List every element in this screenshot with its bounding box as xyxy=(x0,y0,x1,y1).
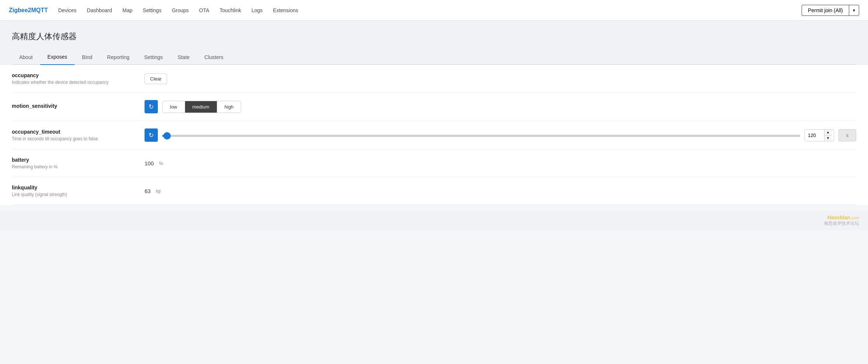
motion-sensitivity-control: ↻ low medium high xyxy=(145,100,856,113)
occupancy-name: occupancy xyxy=(12,72,137,78)
table-row: occupancy Indicates whether the device d… xyxy=(12,65,856,93)
tab-reporting[interactable]: Reporting xyxy=(100,49,137,65)
occupancy-timeout-refresh-button[interactable]: ↻ xyxy=(145,128,158,142)
occupancy-desc: Indicates whether the device detected oc… xyxy=(12,80,137,85)
refresh-icon: ↻ xyxy=(149,131,154,139)
occupancy-timeout-decrement-button[interactable]: ▼ xyxy=(824,135,831,141)
occupancy-timeout-name: occupancy_timeout xyxy=(12,129,137,135)
linkquality-name: linkquality xyxy=(12,185,137,190)
nav-link-groups[interactable]: Groups xyxy=(172,6,189,15)
nav-brand[interactable]: Zigbee2MQTT xyxy=(9,7,48,14)
nav-link-map[interactable]: Map xyxy=(122,6,132,15)
occupancy-timeout-number-input[interactable] xyxy=(805,130,824,141)
table-row: motion_sensitivity ↻ low medium high xyxy=(12,93,856,121)
occupancy-timeout-increment-button[interactable]: ▲ xyxy=(824,130,831,135)
footer-tagline: 瀚思彼岸技术论坛 xyxy=(824,221,859,226)
linkquality-label: linkquality Link quality (signal strengt… xyxy=(12,185,137,197)
battery-unit: % xyxy=(159,161,163,166)
occupancy-label: occupancy Indicates whether the device d… xyxy=(12,72,137,85)
motion-sensitivity-label: motion_sensitivity xyxy=(12,103,137,110)
motion-sensitivity-medium-button[interactable]: medium xyxy=(185,101,217,113)
permit-join-button[interactable]: Permit join (All) xyxy=(802,5,849,16)
content: occupancy Indicates whether the device d… xyxy=(0,65,868,205)
table-row: linkquality Link quality (signal strengt… xyxy=(12,177,856,205)
footer-brand: Hassbian xyxy=(827,214,850,220)
refresh-icon: ↻ xyxy=(149,103,154,111)
table-row: occupancy_timeout Time in seconds till o… xyxy=(12,121,856,150)
tab-bind[interactable]: Bind xyxy=(74,49,100,65)
footer: Hassbian.com 瀚思彼岸技术论坛 xyxy=(0,211,868,230)
navbar: Zigbee2MQTT Devices Dashboard Map Settin… xyxy=(0,0,868,21)
linkquality-unit: lqi xyxy=(156,188,161,194)
battery-label: battery Remaining battery in % xyxy=(12,157,137,169)
occupancy-timeout-label: occupancy_timeout Time in seconds till o… xyxy=(12,129,137,141)
page-header: 高精度人体传感器 About Exposes Bind Reporting Se… xyxy=(0,21,868,65)
battery-value: 100 xyxy=(145,160,154,166)
tabs: About Exposes Bind Reporting Settings St… xyxy=(12,49,856,65)
page-title: 高精度人体传感器 xyxy=(12,31,856,49)
occupancy-timeout-spinner-buttons: ▲ ▼ xyxy=(824,130,831,141)
linkquality-desc: Link quality (signal strength) xyxy=(12,192,137,197)
occupancy-timeout-slider[interactable] xyxy=(162,135,800,137)
occupancy-timeout-slider-container: ▲ ▼ s xyxy=(162,129,856,141)
table-row: battery Remaining battery in % 100 % xyxy=(12,150,856,177)
tab-state[interactable]: State xyxy=(170,49,197,65)
nav-link-settings[interactable]: Settings xyxy=(143,6,162,15)
occupancy-clear-button[interactable]: Clear xyxy=(145,73,167,84)
permit-join-dropdown-button[interactable]: ▾ xyxy=(849,5,859,16)
nav-link-ota[interactable]: OTA xyxy=(199,6,209,15)
battery-control: 100 % xyxy=(145,160,856,166)
occupancy-timeout-desc: Time in seconds till occupancy goes to f… xyxy=(12,136,137,141)
battery-name: battery xyxy=(12,157,137,163)
motion-sensitivity-high-button[interactable]: high xyxy=(217,101,241,113)
battery-desc: Remaining battery in % xyxy=(12,164,137,169)
nav-link-dashboard[interactable]: Dashboard xyxy=(87,6,112,15)
occupancy-timeout-unit: s xyxy=(839,129,856,141)
tab-about[interactable]: About xyxy=(12,49,40,65)
occupancy-control: Clear xyxy=(145,73,856,84)
tab-clusters[interactable]: Clusters xyxy=(197,49,230,65)
motion-sensitivity-low-button[interactable]: low xyxy=(163,101,185,113)
motion-sensitivity-toggle-group: low medium high xyxy=(162,101,241,113)
footer-sub: .com xyxy=(850,216,859,220)
nav-link-logs[interactable]: Logs xyxy=(251,6,263,15)
linkquality-value: 63 xyxy=(145,188,151,194)
nav-link-extensions[interactable]: Extensions xyxy=(273,6,298,15)
occupancy-timeout-control: ↻ ▲ ▼ s xyxy=(145,128,856,142)
occupancy-timeout-slider-wrapper xyxy=(162,132,800,138)
nav-link-touchlink[interactable]: Touchlink xyxy=(220,6,241,15)
tab-settings[interactable]: Settings xyxy=(137,49,170,65)
linkquality-control: 63 lqi xyxy=(145,188,856,194)
nav-link-devices[interactable]: Devices xyxy=(58,6,77,15)
tab-exposes[interactable]: Exposes xyxy=(40,49,75,65)
motion-sensitivity-refresh-button[interactable]: ↻ xyxy=(145,100,158,113)
occupancy-timeout-number-input-wrapper: ▲ ▼ xyxy=(805,129,834,141)
motion-sensitivity-name: motion_sensitivity xyxy=(12,103,137,109)
